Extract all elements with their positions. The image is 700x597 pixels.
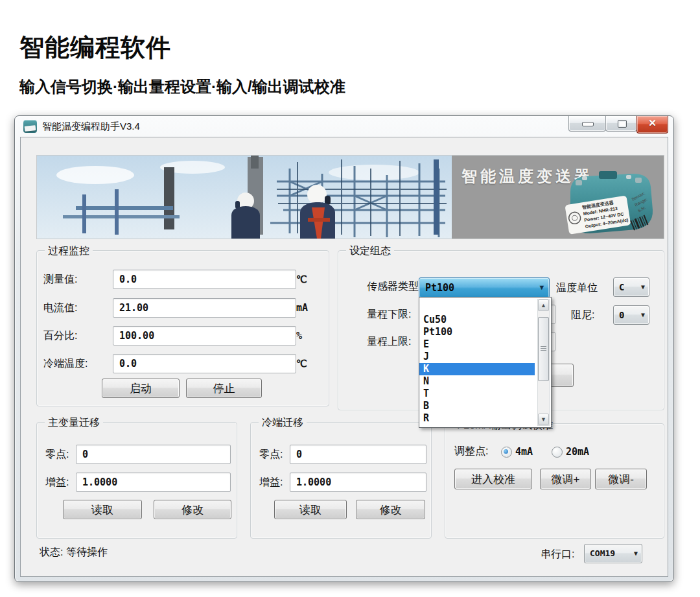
temp-unit-combo[interactable]: C ▼	[613, 277, 649, 297]
radio-4ma[interactable]	[501, 447, 512, 458]
app-icon	[23, 120, 37, 133]
scroll-up-icon[interactable]: ▲	[538, 299, 549, 311]
radio-4ma-label: 4mA	[515, 446, 533, 458]
chevron-down-icon: ▼	[641, 306, 645, 324]
page-title: 智能编程软件	[19, 31, 171, 64]
radio-20ma[interactable]	[552, 447, 563, 458]
close-icon: ✕	[637, 117, 668, 129]
minimize-icon	[582, 122, 594, 126]
sensor-type-label: 传感器类型:	[367, 280, 421, 294]
cold-junction-migration-group: 冷端迁移 零点: 0 增益: 1.0000 读取 修改	[250, 422, 432, 539]
dropdown-item-k[interactable]: K	[419, 363, 535, 375]
percent-field[interactable]: 100.00	[113, 326, 296, 345]
read-button[interactable]: 读取	[63, 500, 142, 519]
group-title: 主变量迁移	[45, 416, 103, 430]
serial-port-combo[interactable]: COM19 ▼	[584, 544, 642, 563]
dropdown-scrollbar[interactable]: ▲ ▼	[537, 299, 550, 426]
serial-port-value: COM19	[590, 544, 615, 563]
banner: 智能温度变送器	[36, 155, 664, 239]
modify-button[interactable]: 修改	[356, 500, 425, 519]
gain-label: 增益:	[45, 473, 69, 492]
stop-button[interactable]: 停止	[186, 379, 262, 398]
status-text: 状态: 等待操作	[40, 546, 108, 559]
app-window: 智能温变编程助手V3.4 ✕	[14, 115, 674, 582]
dropdown-item-r[interactable]: R	[419, 412, 535, 425]
trim-plus-button[interactable]: 微调+	[540, 469, 591, 489]
maximize-button[interactable]	[605, 116, 637, 132]
gain-field[interactable]: 1.0000	[76, 473, 231, 492]
sensor-type-dropdown-list: Cu50 Pt100 E J K N T B R ▲ ▼	[419, 297, 552, 428]
title-bar[interactable]: 智能温变编程助手V3.4 ✕	[15, 116, 673, 137]
status-label: 状态:	[40, 546, 63, 557]
cold-junction-field[interactable]: 0.0	[113, 354, 296, 373]
read-button[interactable]: 读取	[274, 500, 347, 519]
damping-value: 0	[619, 306, 624, 324]
plant-photo	[37, 156, 452, 239]
dropdown-item-j[interactable]: J	[419, 351, 535, 363]
chevron-down-icon: ▼	[641, 278, 645, 296]
client-area: 智能温度变送器	[20, 137, 668, 577]
group-title: 过程监控	[45, 244, 93, 258]
page: 智能编程软件 输入信号切换·输出量程设置·输入/输出调试校准 智能温变编程助手V…	[0, 0, 700, 597]
close-button[interactable]: ✕	[636, 116, 668, 134]
measure-label: 测量值:	[43, 270, 112, 289]
current-unit: mA	[296, 298, 308, 318]
temp-unit-value: C	[619, 278, 624, 296]
zero-field[interactable]: 0	[76, 445, 231, 464]
range-low-label: 量程下限:	[367, 308, 411, 322]
minimize-button[interactable]	[568, 116, 606, 132]
damping-label: 阻尼:	[571, 309, 594, 322]
group-title: 设定组态	[346, 244, 394, 258]
cold-junction-unit: ℃	[296, 354, 307, 373]
damping-combo[interactable]: 0 ▼	[613, 305, 649, 325]
range-high-label: 量程上限:	[367, 335, 411, 349]
measure-field[interactable]: 0.0	[113, 270, 296, 289]
trim-minus-button[interactable]: 微调-	[595, 469, 647, 489]
window-title: 智能温变编程助手V3.4	[42, 121, 140, 133]
enter-calibration-button[interactable]: 进入校准	[454, 469, 532, 489]
adjust-point-label: 调整点:	[454, 445, 488, 458]
chevron-down-icon: ▼	[539, 278, 544, 298]
gain-field[interactable]: 1.0000	[290, 473, 426, 492]
dropdown-item-t[interactable]: T	[419, 388, 535, 400]
serial-port-label: 串行口:	[541, 548, 574, 561]
scrollbar-thumb[interactable]	[538, 317, 549, 381]
scroll-down-icon[interactable]: ▼	[538, 414, 549, 425]
transmitter-product-image: 智能温度变送器 Model: NHR-213 Power: 12~40V DC …	[559, 170, 659, 237]
dropdown-item-b[interactable]: B	[419, 400, 535, 412]
dropdown-item-blank[interactable]	[419, 298, 535, 314]
dropdown-item-e[interactable]: E	[419, 338, 535, 351]
zero-label: 零点:	[45, 445, 69, 464]
process-monitor-group: 过程监控 测量值: 0.0 ℃ 电流值: 21.00 mA 百分比: 100.0…	[36, 250, 329, 406]
current-field[interactable]: 21.00	[113, 298, 296, 318]
gain-label: 增益:	[259, 473, 283, 492]
dropdown-item-n[interactable]: N	[419, 375, 535, 388]
dropdown-item-cu50[interactable]: Cu50	[419, 314, 535, 326]
group-title: 冷端迁移	[259, 416, 307, 430]
dropdown-item-pt100[interactable]: Pt100	[419, 326, 535, 338]
cold-junction-label: 冷端温度:	[43, 354, 112, 373]
chevron-down-icon: ▼	[634, 544, 638, 563]
temp-unit-label: 温度单位	[556, 281, 598, 295]
sensor-type-combo[interactable]: Pt100 ▼	[419, 277, 550, 298]
status-value: 等待操作	[66, 546, 108, 557]
percent-unit: %	[296, 326, 302, 345]
current-label: 电流值:	[43, 298, 112, 318]
primary-migration-group: 主变量迁移 零点: 0 增益: 1.0000 读取 修改	[36, 422, 237, 539]
percent-label: 百分比:	[43, 326, 112, 345]
page-subtitle: 输入信号切换·输出量程设置·输入/输出调试校准	[19, 76, 345, 97]
zero-label: 零点:	[259, 445, 283, 464]
window-controls: ✕	[569, 116, 668, 134]
measure-unit: ℃	[296, 270, 307, 289]
zero-field[interactable]: 0	[290, 445, 426, 464]
start-button[interactable]: 启动	[102, 379, 180, 398]
modify-button[interactable]: 修改	[154, 500, 231, 519]
radio-20ma-label: 20mA	[566, 446, 589, 458]
maximize-icon	[618, 120, 627, 128]
sensor-type-value: Pt100	[425, 278, 454, 298]
